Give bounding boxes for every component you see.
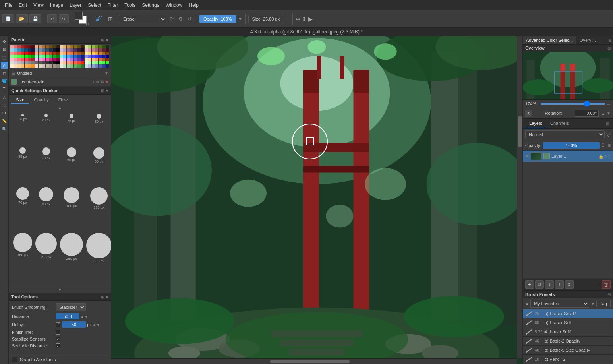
palette-color-cell[interactable]: [49, 55, 52, 58]
palette-color-cell[interactable]: [63, 61, 66, 64]
canvas-area[interactable]: [111, 36, 522, 364]
palette-color-cell[interactable]: [25, 52, 28, 55]
palette-color-cell[interactable]: [56, 45, 60, 48]
palette-color-cell[interactable]: [42, 64, 45, 68]
delay-arrow-up[interactable]: ▲: [93, 323, 97, 327]
palette-color-cell[interactable]: [31, 58, 35, 61]
palette-color-cell[interactable]: [81, 58, 84, 61]
snap-checkbox[interactable]: [12, 357, 17, 362]
zoom-slider[interactable]: [541, 103, 605, 105]
palette-color-cell[interactable]: [70, 48, 73, 52]
palette-color-cell[interactable]: [49, 58, 52, 61]
palette-color-cell[interactable]: [106, 48, 109, 52]
palette-color-cell[interactable]: [14, 52, 17, 55]
palette-color-cell[interactable]: [106, 55, 109, 58]
palette-color-cell[interactable]: [42, 61, 45, 64]
menu-window[interactable]: Window: [162, 1, 186, 9]
palette-color-cell[interactable]: [81, 61, 84, 64]
palette-color-cell[interactable]: [49, 45, 52, 48]
palette-color-cell[interactable]: [106, 61, 109, 64]
brush-preset-item[interactable]: 5.72b Airbrush Soft*: [523, 327, 613, 337]
palette-color-cell[interactable]: [56, 48, 60, 52]
palette-color-cell[interactable]: [31, 48, 35, 52]
brush-size-item[interactable]: 120 px: [85, 186, 111, 231]
palette-color-cell[interactable]: [92, 61, 95, 64]
brush-copy-icon[interactable]: ⧉: [101, 79, 104, 84]
palette-color-cell[interactable]: [53, 48, 56, 52]
palette-color-cell[interactable]: [42, 52, 45, 55]
tab-overview[interactable]: Overvi...: [576, 36, 599, 44]
mirror-h-icon[interactable]: ⇔: [296, 16, 300, 22]
brush-preset-item[interactable]: 40 b) Basic-5 Size Opacity: [523, 346, 613, 355]
palette-color-cell[interactable]: [17, 55, 21, 58]
brush-tag-select[interactable]: ▼: [591, 302, 595, 306]
palette-color-cell[interactable]: [67, 64, 70, 68]
palette-color-cell[interactable]: [92, 64, 95, 68]
palette-color-cell[interactable]: [28, 58, 31, 61]
palette-color-cell[interactable]: [81, 55, 84, 58]
palette-color-cell[interactable]: [28, 52, 31, 55]
opacity-button[interactable]: Opacity: 100%: [199, 15, 236, 23]
mirror-v-icon[interactable]: ⇔: [301, 17, 307, 21]
palette-color-cell[interactable]: [77, 61, 81, 64]
rotation-left-button[interactable]: ⟲: [525, 110, 532, 117]
palette-color-cell[interactable]: [10, 55, 14, 58]
distance-value[interactable]: 50.0: [56, 313, 79, 319]
right-panel-expand-icon[interactable]: ⊞: [608, 38, 611, 43]
vertical-scroll-thumb[interactable]: [518, 116, 522, 147]
palette-color-cell[interactable]: [77, 45, 81, 48]
palette-color-cell[interactable]: [106, 52, 109, 55]
scroll-down-btn[interactable]: ▼: [9, 287, 111, 293]
quick-settings-expand-icon[interactable]: ⊞: [101, 89, 104, 93]
palette-color-cell[interactable]: [31, 64, 35, 68]
distance-arrow-up[interactable]: ▲: [80, 314, 84, 319]
menu-file[interactable]: File: [2, 1, 15, 9]
palette-color-cell[interactable]: [56, 52, 60, 55]
palette-color-cell[interactable]: [74, 58, 77, 61]
opacity-arrow-down[interactable]: ▼: [601, 145, 605, 149]
palette-color-cell[interactable]: [25, 58, 28, 61]
palette-color-cell[interactable]: [88, 55, 91, 58]
project-dropdown-icon[interactable]: ▼: [104, 71, 108, 76]
palette-color-cell[interactable]: [92, 58, 95, 61]
shape-tool[interactable]: △: [1, 93, 8, 101]
palette-color-cell[interactable]: [42, 48, 45, 52]
palette-color-cell[interactable]: [49, 52, 52, 55]
palette-color-cell[interactable]: [99, 45, 102, 48]
delay-checkbox[interactable]: ✓: [56, 322, 60, 327]
brush-color-swatch[interactable]: [11, 79, 17, 85]
copy-layer-button[interactable]: ⧉: [535, 280, 544, 289]
brush-size-item[interactable]: 200 px: [34, 232, 58, 285]
stabilize-sensors-checkbox[interactable]: ✓: [56, 337, 60, 341]
palette-color-cell[interactable]: [99, 55, 102, 58]
palette-color-cell[interactable]: [60, 61, 63, 64]
palette-color-cell[interactable]: [92, 45, 95, 48]
palette-color-cell[interactable]: [31, 45, 35, 48]
palette-color-cell[interactable]: [17, 61, 21, 64]
crop-tool[interactable]: ⊡: [1, 46, 8, 53]
palette-color-cell[interactable]: [81, 48, 84, 52]
palette-color-cell[interactable]: [10, 52, 14, 55]
palette-color-cell[interactable]: [88, 52, 91, 55]
palette-color-cell[interactable]: [46, 64, 49, 68]
palette-color-cell[interactable]: [85, 58, 88, 61]
palette-color-cell[interactable]: [53, 55, 56, 58]
palette-color-cell[interactable]: [74, 61, 77, 64]
rotation-input[interactable]: [575, 110, 599, 117]
palette-color-cell[interactable]: [74, 48, 77, 52]
palette-color-cell[interactable]: [42, 58, 45, 61]
distance-arrow-down[interactable]: ▼: [84, 314, 88, 319]
palette-color-cell[interactable]: [70, 64, 73, 68]
palette-color-cell[interactable]: [25, 64, 28, 68]
palette-color-cell[interactable]: [35, 58, 38, 61]
palette-color-cell[interactable]: [46, 45, 49, 48]
palette-color-cell[interactable]: [85, 64, 88, 68]
brush-tag-button[interactable]: Tag: [596, 300, 611, 307]
layer-options-button[interactable]: ≡: [565, 280, 574, 289]
tab-size[interactable]: Size: [11, 96, 29, 104]
add-layer-button[interactable]: +: [525, 280, 534, 289]
size-slider-icon[interactable]: ↔: [285, 16, 290, 22]
palette-color-cell[interactable]: [74, 64, 77, 68]
palette-color-cell[interactable]: [21, 52, 24, 55]
palette-color-cell[interactable]: [60, 45, 63, 48]
